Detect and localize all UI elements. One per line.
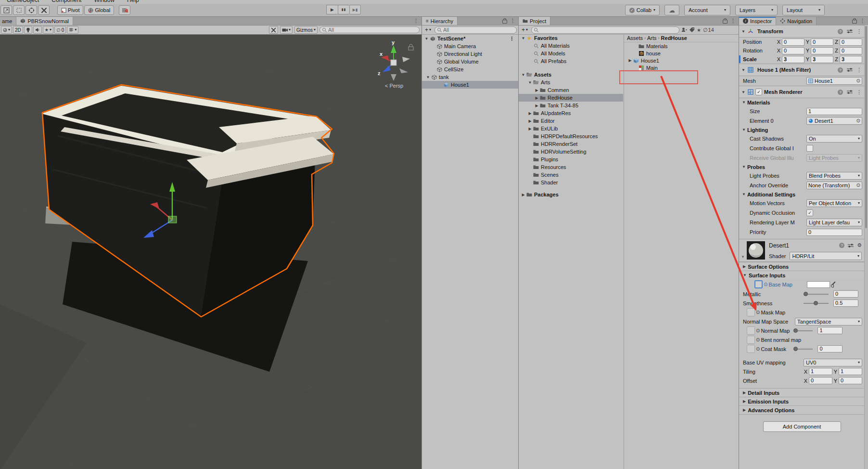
project-folder-tank[interactable]: ▶ Tank T-34-85 (519, 102, 623, 109)
hierarchy-item-directional-light[interactable]: Directional Light (422, 50, 518, 58)
gear-icon[interactable]: ⚙ (857, 242, 862, 248)
detail-inputs-section[interactable]: ▶ Detail Inputs (739, 388, 865, 397)
menu-icon[interactable]: ⋮ (509, 36, 517, 42)
material-header[interactable]: ▼ Desert1 ? ⚙ Shader HDRP/Lit ▾ (739, 239, 865, 262)
add-component-button[interactable]: Add Component (763, 421, 841, 432)
hierarchy-item-cellsize[interactable]: CellSize (422, 65, 518, 73)
advanced-options-section[interactable]: ▶ Advanced Options (739, 405, 865, 415)
inspector-scrollbar[interactable] (864, 25, 868, 469)
transform-tool-button[interactable] (26, 5, 37, 15)
scale-z-field[interactable]: 3 (840, 56, 862, 63)
layers-dropdown[interactable]: Layers ▾ (735, 5, 778, 15)
cast-shadows-dropdown[interactable]: On ▾ (806, 135, 862, 143)
tab-project[interactable]: Project (519, 17, 550, 25)
project-folder-redhouse[interactable]: ▶ RedHouse (519, 94, 623, 102)
project-create-button[interactable]: + ▾ (520, 26, 529, 33)
position-y-field[interactable]: 0 (811, 39, 833, 46)
lighting-foldout[interactable]: ▼ Lighting (739, 126, 865, 134)
hierarchy-item-testscene[interactable]: ▼ TestScene* ⋮ (422, 35, 518, 42)
rect-tool-button[interactable] (13, 5, 25, 15)
smoothness-field[interactable]: 0.5 (833, 300, 858, 307)
hierarchy-item-global-volume[interactable]: Global Volume (422, 58, 518, 65)
breadcrumb-redhouse[interactable]: RedHouse (661, 35, 687, 41)
foldout-open-icon[interactable]: ▼ (521, 36, 526, 40)
project-file-main-material[interactable]: Main (624, 64, 739, 71)
view-tool-button[interactable] (0, 5, 12, 15)
scene-viewport[interactable]: y x z < Persp (0, 35, 421, 469)
foldout-open-icon[interactable]: ▼ (425, 75, 431, 79)
foldout-open-icon[interactable]: ▼ (521, 73, 526, 77)
rotation-x-field[interactable]: 0 (782, 47, 804, 54)
layout-dropdown[interactable]: Layout ▾ (782, 5, 825, 15)
presets-icon[interactable] (848, 243, 854, 248)
foldout-open-icon[interactable]: ▼ (741, 68, 746, 72)
project-file-house1[interactable]: ▶ House1 (624, 57, 739, 64)
base-map-texture-slot[interactable] (754, 280, 763, 288)
contribute-gi-checkbox[interactable] (806, 145, 813, 152)
project-folder-commen[interactable]: ▶ Commen (519, 86, 623, 94)
project-folder-resources[interactable]: Resources (519, 163, 623, 171)
tiling-y-field[interactable]: 1 (839, 368, 862, 375)
scene-search-input[interactable]: All (319, 26, 420, 33)
project-folder-editor[interactable]: ▶ Editor (519, 117, 623, 125)
breadcrumb-assets[interactable]: Assets (627, 35, 643, 41)
project-folder-arts[interactable]: ▼ Arts (519, 78, 623, 86)
light-probes-dropdown[interactable]: Blend Probes ▾ (806, 172, 862, 180)
panel-menu-icon[interactable]: ⋮ (413, 18, 419, 24)
account-dropdown[interactable]: Account ▾ (684, 5, 730, 15)
menu-help[interactable]: Help (127, 0, 139, 3)
help-icon[interactable]: ? (838, 29, 843, 34)
favorites-filter-icon[interactable]: ★ (697, 27, 701, 33)
project-folder-shader[interactable]: Shader (519, 179, 623, 186)
step-button[interactable]: ▶▮ (349, 5, 361, 14)
tab-navigation[interactable]: Navigation (776, 17, 817, 25)
element0-object-field[interactable]: Desert1 ⊙ (806, 117, 862, 125)
project-folder-hdrrenderset[interactable]: HDRRenderSet (519, 140, 623, 148)
material-preview-thumbnail[interactable] (747, 241, 765, 260)
metallic-slider[interactable] (804, 294, 829, 295)
tab-game[interactable]: ame (0, 17, 16, 25)
object-picker-icon[interactable]: ⊙ (856, 183, 860, 188)
hierarchy-item-house1[interactable]: House1 (422, 81, 518, 89)
offset-y-field[interactable]: 0 (839, 377, 862, 384)
lock-icon[interactable] (723, 20, 728, 24)
menu-icon[interactable]: ⋮ (856, 89, 862, 95)
scale-x-field[interactable]: 3 (782, 56, 804, 63)
metallic-field[interactable]: 0 (833, 290, 858, 298)
coat-mask-field[interactable]: 0 (817, 345, 842, 352)
component-enabled-checkbox[interactable]: ✓ (755, 89, 762, 95)
play-button[interactable]: ▶ (326, 5, 338, 14)
materials-foldout[interactable]: ▼ Materials (739, 98, 865, 106)
gizmos-dropdown[interactable]: Gizmos ▾ (294, 26, 318, 34)
hierarchy-search-input[interactable]: All (434, 26, 517, 34)
search-by-label-button[interactable] (689, 27, 695, 33)
materials-size-field[interactable]: 1 (806, 108, 862, 115)
mesh-filter-header[interactable]: ▼ House 1 (Mesh Filter) ? ⋮ (739, 64, 865, 76)
grid-snap-button[interactable] (119, 5, 130, 15)
project-file-materials[interactable]: Materials (624, 42, 739, 50)
project-file-house[interactable]: house (624, 50, 739, 57)
scale-y-field[interactable]: 3 (811, 56, 833, 63)
additional-settings-foldout[interactable]: ▼ Additional Settings (739, 190, 865, 198)
project-favorite-all-models[interactable]: All Models (519, 50, 623, 57)
object-picker-icon[interactable]: ⊙ (856, 78, 860, 83)
position-z-field[interactable]: 0 (840, 39, 862, 46)
help-icon[interactable]: ? (839, 243, 844, 248)
bent-normal-texture-slot[interactable] (747, 336, 755, 344)
axis-cube[interactable] (391, 60, 396, 65)
project-folder-scenes[interactable]: Scenes (519, 171, 623, 179)
surface-options-section[interactable]: ▶ Surface Options (739, 262, 865, 271)
mesh-renderer-header[interactable]: ▼ ✓ Mesh Renderer ? ⋮ (739, 86, 865, 98)
rotation-z-field[interactable]: 0 (840, 47, 862, 54)
texture-picker-icon[interactable]: ⊙ (756, 328, 760, 333)
project-favorites-root[interactable]: ▼ ★ Favorites (519, 34, 623, 42)
presets-icon[interactable] (847, 90, 853, 94)
project-favorite-all-prefabs[interactable]: All Prefabs (519, 57, 623, 65)
base-map-color-swatch[interactable] (807, 281, 830, 288)
gizmo-plane-handle[interactable] (168, 216, 177, 223)
global-toggle-button[interactable]: Global (84, 5, 114, 15)
project-folder-plugins[interactable]: Plugins (519, 156, 623, 163)
scene-camera-dropdown[interactable]: ▾ (280, 26, 293, 34)
transform-header[interactable]: ▼ Transform ? ⋮ (739, 25, 865, 38)
foldout-open-icon[interactable]: ▼ (741, 29, 746, 34)
